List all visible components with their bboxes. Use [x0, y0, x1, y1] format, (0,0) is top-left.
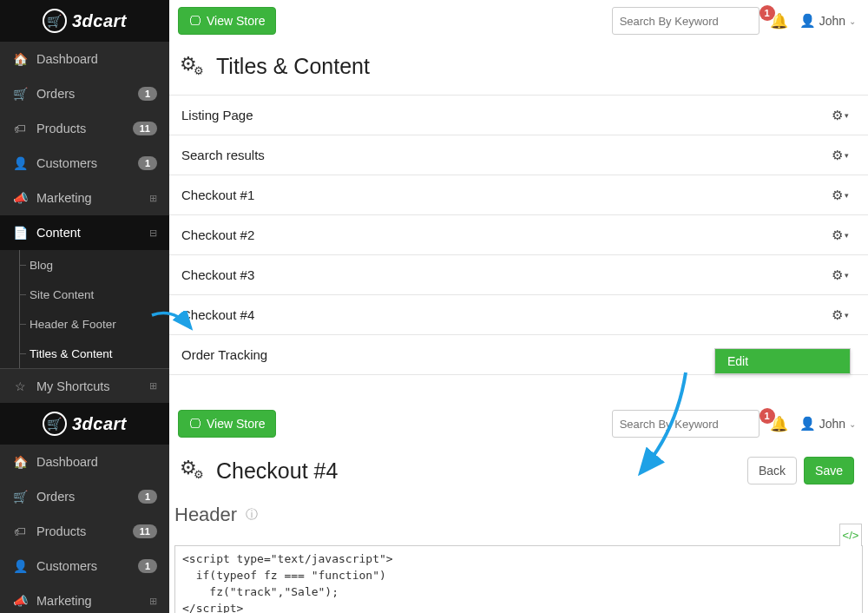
cart-icon: 🛒 — [47, 418, 62, 430]
sidebar-sub-site-content[interactable]: Site Content — [0, 280, 169, 309]
notifications[interactable]: 1 🔔 — [768, 415, 791, 433]
edit-menu-item[interactable]: Edit — [715, 349, 850, 373]
tag-icon: 🏷 — [12, 122, 28, 135]
view-store-button[interactable]: 🖵View Store — [178, 410, 276, 438]
caret-down-icon: ⌄ — [849, 419, 856, 429]
brand-logo[interactable]: 🛒 3dcart — [0, 403, 169, 445]
sidebar-sub-titles-content[interactable]: Titles & Content — [0, 339, 169, 368]
list-row-checkout-3[interactable]: Checkout #3⚙▾ — [169, 255, 868, 295]
sidebar-item-dashboard[interactable]: 🏠Dashboard — [0, 445, 169, 479]
gears-icon — [180, 460, 204, 481]
star-icon: ☆ — [12, 379, 28, 393]
user-icon: 👤 — [12, 559, 28, 573]
list-row-listing-page[interactable]: Listing Page⚙▾ — [169, 96, 868, 135]
sidebar-sub-blog[interactable]: Blog — [0, 250, 169, 280]
bullhorn-icon: 📣 — [12, 191, 28, 205]
cart-icon: 🛒 — [12, 87, 28, 101]
caret-down-icon: ⌄ — [849, 16, 856, 26]
section-title: Header — [174, 504, 237, 526]
row-actions[interactable]: ⚙▾ — [832, 307, 849, 323]
row-actions[interactable]: ⚙▾ — [832, 108, 849, 123]
user-menu[interactable]: 👤John⌄ — [799, 416, 856, 432]
list-row-search-results[interactable]: Search results⚙▾ — [169, 135, 868, 175]
list-row-checkout-2[interactable]: Checkout #2⚙▾ — [169, 215, 868, 255]
sidebar-item-customers[interactable]: 👤Customers1 — [0, 146, 169, 181]
sidebar-item-orders[interactable]: 🛒Orders1 — [0, 479, 169, 514]
document-icon: 📄 — [12, 226, 28, 240]
gears-icon — [180, 56, 204, 77]
sidebar-item-marketing[interactable]: 📣Marketing⊞ — [0, 583, 169, 613]
search-box: 🔍 — [612, 410, 760, 438]
sidebar-item-dashboard[interactable]: 🏠Dashboard — [0, 42, 169, 76]
plus-icon: ⊞ — [149, 596, 157, 607]
orders-badge: 1 — [138, 87, 157, 101]
customers-badge: 1 — [138, 559, 157, 573]
notif-badge: 1 — [760, 5, 775, 21]
bullhorn-icon: 📣 — [12, 594, 28, 608]
row-actions[interactable]: ⚙▾ — [832, 267, 849, 283]
sidebar-item-content[interactable]: 📄Content⊟ — [0, 215, 169, 250]
cart-icon: 🛒 — [47, 15, 62, 27]
caret-down-icon: ▾ — [845, 151, 849, 160]
row-actions[interactable]: ⚙▾ — [832, 227, 849, 243]
monitor-icon: 🖵 — [189, 14, 201, 28]
code-content: <script type="text/javascript"> if(typeo… — [175, 546, 862, 613]
caret-down-icon: ▾ — [845, 191, 849, 200]
page-title: Checkout #4 — [216, 458, 338, 484]
back-button[interactable]: Back — [747, 457, 797, 484]
user-menu[interactable]: 👤John⌄ — [799, 13, 856, 29]
caret-down-icon: ▾ — [845, 231, 849, 240]
gauge-icon: 🏠 — [12, 52, 28, 66]
header-code-editor[interactable]: </> <script type="text/javascript"> if(t… — [174, 545, 863, 613]
page-title: Titles & Content — [216, 54, 370, 79]
monitor-icon: 🖵 — [189, 417, 201, 431]
caret-down-icon: ▾ — [845, 311, 849, 320]
products-badge: 11 — [133, 524, 157, 538]
list-row-checkout-1[interactable]: Checkout #1⚙▾ — [169, 175, 868, 215]
search-input[interactable] — [613, 15, 760, 28]
search-box: 🔍 — [612, 7, 760, 35]
search-input[interactable] — [613, 418, 760, 431]
sidebar-sub-header-footer[interactable]: Header & Footer — [0, 309, 169, 339]
row-actions-menu: Edit — [714, 348, 851, 374]
orders-badge: 1 — [138, 490, 157, 504]
notifications[interactable]: 1 🔔 — [768, 12, 791, 30]
save-button[interactable]: Save — [804, 457, 854, 484]
notif-badge: 1 — [760, 408, 775, 424]
info-icon[interactable]: ⓘ — [246, 507, 258, 523]
user-icon: 👤 — [799, 13, 816, 29]
row-actions[interactable]: ⚙▾ — [832, 148, 849, 163]
plus-icon: ⊞ — [149, 380, 157, 392]
tag-icon: 🏷 — [12, 524, 28, 538]
caret-down-icon: ▾ — [845, 111, 849, 120]
row-actions[interactable]: ⚙▾ — [832, 188, 849, 203]
caret-down-icon: ▾ — [845, 271, 849, 280]
code-toggle-button[interactable]: </> — [839, 524, 862, 546]
sidebar-item-orders[interactable]: 🛒Orders1 — [0, 76, 169, 111]
minus-icon: ⊟ — [149, 227, 157, 239]
user-icon: 👤 — [799, 416, 816, 432]
user-icon: 👤 — [12, 156, 28, 170]
list-row-checkout-4[interactable]: Checkout #4⚙▾ — [169, 295, 868, 335]
brand-logo[interactable]: 🛒 3dcart — [0, 0, 169, 42]
sidebar-item-products[interactable]: 🏷Products11 — [0, 514, 169, 549]
sidebar-item-customers[interactable]: 👤Customers1 — [0, 549, 169, 583]
sidebar-item-shortcuts[interactable]: ☆My Shortcuts⊞ — [0, 368, 169, 403]
plus-icon: ⊞ — [149, 193, 157, 204]
view-store-button[interactable]: 🖵View Store — [178, 7, 276, 35]
cart-icon: 🛒 — [12, 490, 28, 504]
gauge-icon: 🏠 — [12, 455, 28, 469]
sidebar-item-marketing[interactable]: 📣Marketing⊞ — [0, 181, 169, 215]
sidebar-item-products[interactable]: 🏷Products11 — [0, 111, 169, 146]
products-badge: 11 — [133, 122, 157, 135]
customers-badge: 1 — [138, 156, 157, 170]
